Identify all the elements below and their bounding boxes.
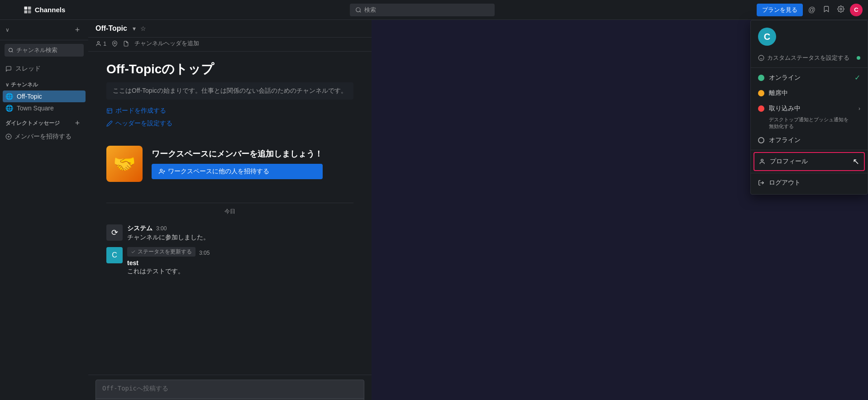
mention-button[interactable]: @	[806, 4, 817, 16]
channel-dropdown-icon[interactable]: ▾	[133, 25, 136, 32]
workspace-invite-block: 🤝 ワークスペースにメンバーを追加しましょう！ ワークスペースに他の人を招待する	[106, 138, 353, 189]
add-dm-button[interactable]: +	[72, 118, 83, 129]
topbar: Channels 検索 プランを見る @ C	[0, 0, 868, 20]
message-author-1: システム	[127, 224, 153, 233]
message-body-1: システム 3:00 チャンネルに参加しました。	[127, 224, 353, 242]
threads-icon	[5, 66, 12, 72]
status-offline-item[interactable]: オフライン	[751, 133, 868, 148]
add-header-label: チャンネルヘッダを追加	[134, 39, 199, 48]
status-online-left: オンライン	[758, 74, 801, 82]
status-badge: ステータスを更新する	[127, 247, 196, 257]
topbar-center: 検索	[88, 4, 757, 16]
dnd-dot	[758, 105, 764, 112]
cursor-indicator: ↖	[853, 157, 859, 167]
status-dnd-item[interactable]: 取り込み中 ›	[751, 101, 868, 116]
online-label: オンライン	[769, 74, 801, 82]
badge-icon	[131, 249, 136, 254]
sidebar-invite-item[interactable]: メンバーを招待する	[0, 130, 88, 143]
message-input-area: Aa B I S H <> ❝❞	[88, 375, 372, 400]
page-layout: ∨ + チャンネル検索 スレッド ∨ チャンネル	[0, 20, 372, 400]
profile-item[interactable]: プロフィール ↖	[754, 152, 865, 171]
status-away-left: 離席中	[758, 89, 788, 97]
members-count[interactable]: 1	[95, 40, 106, 47]
channel-header-icons: ▾ ☆	[133, 25, 146, 32]
invite-label: メンバーを招待する	[14, 133, 72, 141]
doc-item[interactable]	[123, 41, 129, 47]
channel-star-icon[interactable]: ☆	[140, 25, 146, 32]
create-board-link[interactable]: ボードを作成する	[106, 107, 353, 115]
invite-workspace-button[interactable]: ワークスペースに他の人を招待する	[152, 164, 323, 179]
channel-header: Off-Topic ▾ ☆	[88, 20, 372, 38]
create-board-label: ボードを作成する	[115, 107, 166, 115]
logout-item[interactable]: ログアウト	[751, 175, 868, 190]
svg-rect-3	[28, 10, 31, 13]
invite-illustration: 🤝	[106, 146, 143, 182]
channels-section-label: チャンネル	[11, 81, 38, 89]
svg-point-34	[758, 55, 764, 61]
profile-label: プロフィール	[770, 157, 808, 166]
message-text-1: チャンネルに参加しました。	[127, 233, 353, 242]
search-icon	[355, 7, 362, 13]
logout-label: ログアウト	[769, 179, 801, 187]
offline-label: オフライン	[769, 136, 801, 144]
bookmark-button[interactable]	[821, 4, 832, 16]
add-channel-button[interactable]: +	[72, 24, 83, 35]
sidebar-item-threads[interactable]: スレッド	[0, 62, 88, 76]
message-meta-1: システム 3:00	[127, 224, 353, 233]
svg-rect-2	[24, 10, 27, 13]
topbar-right: プランを見る @ C	[757, 4, 868, 16]
app-logo: Channels	[23, 5, 66, 14]
search-bar[interactable]: 検索	[350, 4, 495, 16]
green-dot	[857, 56, 860, 60]
channel-top: Off-Topicのトップ ここはOff-Topicの始まりです。仕事とは関係の…	[88, 61, 372, 203]
sidebar-nav: スレッド	[0, 60, 88, 77]
dm-section-label: ダイレクトメッセージ	[5, 119, 60, 127]
plan-button[interactable]: プランを見る	[757, 4, 803, 16]
gear-icon	[837, 5, 844, 13]
dropdown-divider-2	[751, 150, 868, 150]
sidebar-item-off-topic[interactable]: 🌐 Off-Topic	[3, 90, 86, 102]
search-placeholder: 検索	[364, 6, 376, 14]
user-avatar[interactable]: C	[850, 4, 863, 16]
sidebar-search-icon	[8, 48, 14, 53]
badge-label: ステータスを更新する	[138, 248, 192, 256]
channel-subheader: 1 チャンネルヘッダを追加	[88, 38, 372, 52]
message-time-1: 3:00	[156, 225, 167, 232]
away-label: 離席中	[769, 89, 788, 97]
message-input[interactable]	[96, 380, 364, 396]
message-body-2: ステータスを更新する 3:05 test これはテストです。	[127, 247, 353, 276]
system-avatar: ⟳	[106, 224, 123, 241]
svg-point-13	[114, 42, 115, 43]
message-author-2: test	[127, 259, 138, 267]
sidebar-workspace[interactable]: ∨	[5, 27, 10, 33]
status-online-item[interactable]: オンライン ✓	[751, 70, 868, 86]
threads-label: スレッド	[15, 65, 41, 73]
user-message-avatar: C	[106, 247, 123, 263]
logout-item-left: ログアウト	[758, 179, 801, 187]
channel-globe-icon: 🌐	[5, 93, 13, 100]
custom-status-row[interactable]: カスタムステータスを設定する	[751, 51, 868, 66]
message-text-2: これはテストです。	[127, 267, 353, 276]
table-row: ⟳ システム 3:00 チャンネルに参加しました。	[106, 224, 353, 242]
svg-rect-0	[24, 6, 27, 10]
sidebar-item-town-square[interactable]: 🌐 Town Square	[0, 102, 88, 114]
add-header-item[interactable]: チャンネルヘッダを追加	[134, 39, 199, 48]
logout-icon	[758, 180, 764, 186]
svg-point-4	[356, 7, 360, 11]
profile-icon	[759, 158, 765, 165]
settings-button[interactable]	[835, 4, 846, 16]
svg-line-5	[360, 11, 361, 12]
topbar-left: Channels	[0, 5, 88, 14]
set-header-link[interactable]: ヘッダーを設定する	[106, 119, 353, 128]
sidebar-search-wrapper: チャンネル検索	[0, 40, 88, 60]
dm-section-header: ダイレクトメッセージ +	[0, 114, 88, 130]
custom-status-icon	[758, 55, 764, 61]
svg-point-37	[761, 159, 763, 162]
status-dnd-left: 取り込み中	[758, 105, 801, 113]
channel-search-bar[interactable]: チャンネル検索	[5, 44, 84, 57]
status-away-item[interactable]: 離席中	[751, 86, 868, 101]
pin-icon	[112, 41, 118, 47]
pin-item[interactable]	[112, 41, 118, 47]
status-offline-left: オフライン	[758, 136, 801, 144]
today-label: 今日	[220, 208, 240, 214]
